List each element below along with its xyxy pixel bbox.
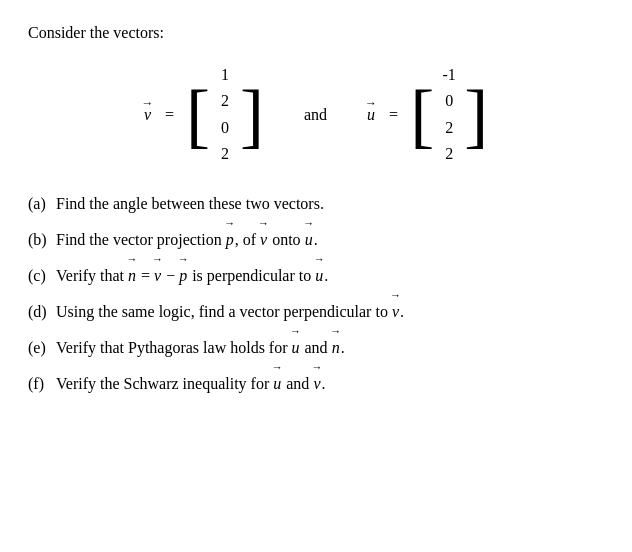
- matrix-u: [ -1 0 2 2 ]: [410, 60, 488, 170]
- part-text-6: Verify the Schwarz inequality for u→ and…: [56, 372, 604, 396]
- part-label-6: (f): [28, 372, 56, 396]
- parts-list: (a)Find the angle between these two vect…: [28, 192, 604, 396]
- part-item-4: (d)Using the same logic, find a vector p…: [28, 300, 604, 324]
- equals-v: =: [165, 106, 174, 124]
- part-label-2: (b): [28, 228, 56, 252]
- equals-u: =: [389, 106, 398, 124]
- part-label-4: (d): [28, 300, 56, 324]
- part-item-5: (e)Verify that Pythagoras law holds for …: [28, 336, 604, 360]
- part-text-1: Find the angle between these two vectors…: [56, 192, 604, 216]
- part-label-3: (c): [28, 264, 56, 288]
- vectors-row: v → = [ 1 2 0 2 ] and u → = [: [28, 60, 604, 170]
- matrix-v: [ 1 2 0 2 ]: [186, 60, 264, 170]
- vector-v-expr: v → = [ 1 2 0 2 ]: [144, 60, 264, 170]
- part-item-3: (c)Verify that n→ = v→ − p→ is perpendic…: [28, 264, 604, 288]
- vec-u-label: u →: [367, 106, 375, 124]
- part-label-5: (e): [28, 336, 56, 360]
- part-label-1: (a): [28, 192, 56, 216]
- vector-u-expr: u → = [ -1 0 2 2 ]: [367, 60, 488, 170]
- vec-v-label: v →: [144, 106, 151, 124]
- intro-text: Consider the vectors:: [28, 24, 604, 42]
- and-text: and: [304, 106, 327, 124]
- part-item-1: (a)Find the angle between these two vect…: [28, 192, 604, 216]
- part-text-4: Using the same logic, find a vector perp…: [56, 300, 604, 324]
- part-item-2: (b)Find the vector projection p→, of v→ …: [28, 228, 604, 252]
- part-text-2: Find the vector projection p→, of v→ ont…: [56, 228, 604, 252]
- part-item-6: (f)Verify the Schwarz inequality for u→ …: [28, 372, 604, 396]
- part-text-3: Verify that n→ = v→ − p→ is perpendicula…: [56, 264, 604, 288]
- part-text-5: Verify that Pythagoras law holds for u→ …: [56, 336, 604, 360]
